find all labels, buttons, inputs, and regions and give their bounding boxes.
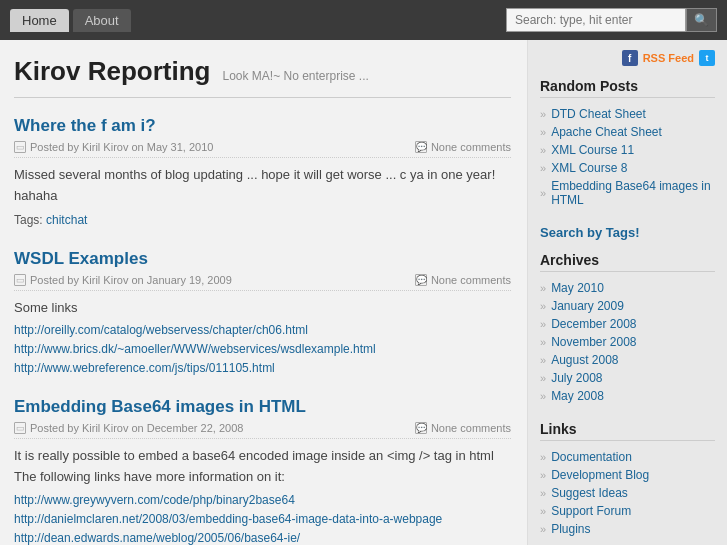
post-1-meta-left: ▭ Posted by Kiril Kirov on May 31, 2010 [14,141,213,153]
post-3-meta: ▭ Posted by Kiril Kirov on December 22, … [14,422,511,439]
post-3-link-2[interactable]: http://danielmclaren.net/2008/03/embeddi… [14,512,511,526]
comment-icon: 💬 [415,141,427,153]
comment-icon-2: 💬 [415,274,427,286]
post-2-body: Some links [14,298,511,319]
random-posts-list: DTD Cheat Sheet Apache Cheat Sheet XML C… [540,105,715,209]
post-3-comments: None comments [431,422,511,434]
post-1-meta-right: 💬 None comments [415,141,511,153]
post-2-meta-left: ▭ Posted by Kiril Kirov on January 19, 2… [14,274,232,286]
list-item: May 2010 [540,279,715,297]
doc-icon-3: ▭ [14,422,26,434]
site-title: Kirov Reporting [14,56,210,87]
sidebar-social: f RSS Feed t [540,50,715,66]
content-area: Kirov Reporting Look MA!~ No enterprise … [0,40,527,545]
link-5[interactable]: Plugins [551,522,590,536]
post-1-comments: None comments [431,141,511,153]
archive-link-1[interactable]: May 2010 [551,281,604,295]
archive-link-4[interactable]: November 2008 [551,335,636,349]
comment-icon-3: 💬 [415,422,427,434]
post-3-author-date: Posted by Kiril Kirov on December 22, 20… [30,422,243,434]
sidebar-archives: Archives May 2010 January 2009 December … [540,252,715,405]
site-tagline: Look MA!~ No enterprise ... [222,69,368,83]
archive-link-6[interactable]: July 2008 [551,371,602,385]
post-3-link-3[interactable]: http://dean.edwards.name/weblog/2005/06/… [14,531,511,545]
archives-list: May 2010 January 2009 December 2008 Nove… [540,279,715,405]
list-item: December 2008 [540,315,715,333]
nav-links: Home About [10,9,131,32]
post-1-title[interactable]: Where the f am i? [14,116,511,136]
site-header: Kirov Reporting Look MA!~ No enterprise … [14,56,511,98]
post-3-body: It is really possible to embed a base64 … [14,446,511,488]
post-1-tags: Tags: chitchat [14,213,511,227]
post-1-tag-chitchat[interactable]: chitchat [46,213,87,227]
list-item: Apache Cheat Sheet [540,123,715,141]
list-item: January 2009 [540,297,715,315]
doc-icon-2: ▭ [14,274,26,286]
post-1-body: Missed several months of blog updating .… [14,165,511,207]
list-item: Suggest Ideas [540,484,715,502]
post-2-link-2[interactable]: http://www.brics.dk/~amoeller/WWW/webser… [14,342,511,356]
random-post-link-2[interactable]: Apache Cheat Sheet [551,125,662,139]
archives-heading: Archives [540,252,715,272]
list-item: Plugins [540,520,715,538]
post-3-meta-right: 💬 None comments [415,422,511,434]
link-2[interactable]: Development Blog [551,468,649,482]
random-post-link-1[interactable]: DTD Cheat Sheet [551,107,646,121]
main-wrapper: Kirov Reporting Look MA!~ No enterprise … [0,40,727,545]
list-item: November 2008 [540,333,715,351]
post-2-author-date: Posted by Kiril Kirov on January 19, 200… [30,274,232,286]
archive-link-7[interactable]: May 2008 [551,389,604,403]
post-2: WSDL Examples ▭ Posted by Kiril Kirov on… [14,249,511,376]
facebook-icon[interactable]: f [622,50,638,66]
link-3[interactable]: Suggest Ideas [551,486,628,500]
nav-tab-about[interactable]: About [73,9,131,32]
doc-icon: ▭ [14,141,26,153]
rss-feed-link[interactable]: RSS Feed [643,52,694,64]
archive-link-2[interactable]: January 2009 [551,299,624,313]
list-item: Embedding Base64 images in HTML [540,177,715,209]
post-2-meta-right: 💬 None comments [415,274,511,286]
sidebar-links: Links Documentation Development Blog Sug… [540,421,715,538]
sidebar-search-tags[interactable]: Search by Tags! [540,225,715,240]
post-1: Where the f am i? ▭ Posted by Kiril Kiro… [14,116,511,227]
post-2-link-3[interactable]: http://www.webreference.com/js/tips/0111… [14,361,511,375]
links-list: Documentation Development Blog Suggest I… [540,448,715,538]
post-3-link-1[interactable]: http://www.greywyvern.com/code/php/binar… [14,493,511,507]
list-item: Documentation [540,448,715,466]
list-item: XML Course 11 [540,141,715,159]
post-3: Embedding Base64 images in HTML ▭ Posted… [14,397,511,545]
post-2-link-1[interactable]: http://oreilly.com/catalog/webservess/ch… [14,323,511,337]
twitter-icon[interactable]: t [699,50,715,66]
nav-tab-home[interactable]: Home [10,9,69,32]
sidebar: f RSS Feed t Random Posts DTD Cheat Shee… [527,40,727,545]
link-4[interactable]: Support Forum [551,504,631,518]
archive-link-3[interactable]: December 2008 [551,317,636,331]
sidebar-random-posts: Random Posts DTD Cheat Sheet Apache Chea… [540,78,715,209]
post-2-meta: ▭ Posted by Kiril Kirov on January 19, 2… [14,274,511,291]
list-item: XML Course 8 [540,159,715,177]
post-2-comments: None comments [431,274,511,286]
links-heading: Links [540,421,715,441]
random-post-link-4[interactable]: XML Course 8 [551,161,627,175]
random-posts-heading: Random Posts [540,78,715,98]
list-item: Development Blog [540,466,715,484]
list-item: July 2008 [540,369,715,387]
list-item: August 2008 [540,351,715,369]
search-button[interactable]: 🔍 [686,8,717,32]
random-post-link-3[interactable]: XML Course 11 [551,143,634,157]
search-bar: 🔍 [506,8,717,32]
archive-link-5[interactable]: August 2008 [551,353,618,367]
search-input[interactable] [506,8,686,32]
list-item: May 2008 [540,387,715,405]
link-1[interactable]: Documentation [551,450,632,464]
top-navigation: Home About 🔍 [0,0,727,40]
post-1-author-date: Posted by Kiril Kirov on May 31, 2010 [30,141,213,153]
post-1-meta: ▭ Posted by Kiril Kirov on May 31, 2010 … [14,141,511,158]
random-post-link-5[interactable]: Embedding Base64 images in HTML [551,179,715,207]
list-item: DTD Cheat Sheet [540,105,715,123]
post-2-title[interactable]: WSDL Examples [14,249,511,269]
post-3-title[interactable]: Embedding Base64 images in HTML [14,397,511,417]
post-3-meta-left: ▭ Posted by Kiril Kirov on December 22, … [14,422,243,434]
list-item: Support Forum [540,502,715,520]
